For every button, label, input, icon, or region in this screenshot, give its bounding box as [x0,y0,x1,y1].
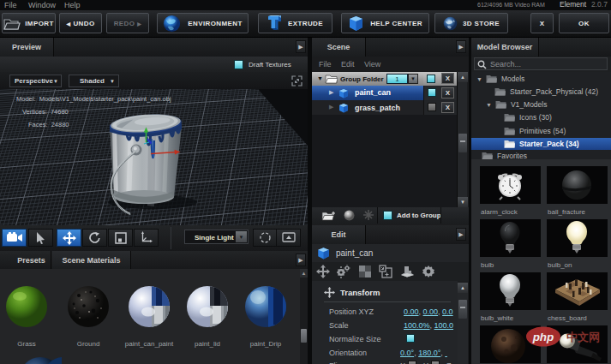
svg-text:中文网: 中文网 [566,331,600,343]
svg-text:php: php [532,331,554,343]
